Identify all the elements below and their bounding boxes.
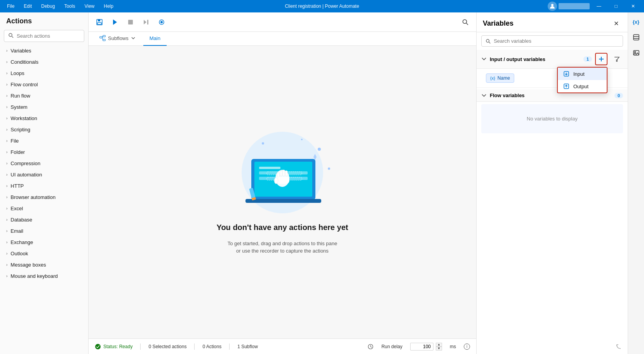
action-item-mouse-keyboard[interactable]: › Mouse and keyboard [0, 270, 88, 282]
svg-line-18 [102, 37, 103, 40]
minimize-button[interactable]: — [591, 0, 607, 12]
action-item-file[interactable]: › File [0, 135, 88, 146]
save-button[interactable] [93, 16, 106, 28]
layers-icon[interactable] [630, 31, 642, 44]
subflows-chevron-down-icon [131, 36, 136, 40]
action-item-scripting[interactable]: › Scripting [0, 124, 88, 135]
maximize-button[interactable]: □ [608, 0, 624, 12]
variable-name: Name [498, 75, 510, 81]
chevron-right-icon: › [6, 127, 7, 132]
input-variable-chip[interactable]: {x} Name [486, 73, 514, 83]
action-item-excel[interactable]: › Excel [0, 203, 88, 214]
tab-main[interactable]: Main [143, 32, 167, 46]
action-item-compression[interactable]: › Compression [0, 158, 88, 169]
variable-icon: {x} [490, 76, 495, 80]
action-item-label: Compression [10, 160, 40, 166]
run-button[interactable] [109, 16, 121, 28]
svg-rect-37 [285, 171, 287, 176]
record-button[interactable] [155, 16, 168, 28]
svg-point-11 [160, 21, 163, 23]
actions-title: Actions [0, 12, 88, 28]
svg-rect-16 [103, 39, 105, 41]
action-item-exchange[interactable]: › Exchange [0, 237, 88, 248]
menu-edit[interactable]: Edit [20, 2, 36, 10]
action-item-outlook[interactable]: › Outlook [0, 248, 88, 259]
svg-rect-14 [100, 37, 102, 38]
toolbar-search-button[interactable] [459, 16, 472, 28]
chevron-right-icon: › [6, 150, 7, 154]
action-item-loops[interactable]: › Loops [0, 68, 88, 79]
action-item-ui-automation[interactable]: › UI automation [0, 169, 88, 180]
stepper-down-button[interactable]: ▼ [436, 347, 442, 351]
stepper-up-button[interactable]: ▲ [436, 343, 442, 347]
step-button[interactable] [140, 16, 152, 28]
filter-button[interactable] [611, 53, 623, 65]
code-icon[interactable]: {x} [630, 16, 642, 28]
menu-bar: File Edit Debug Tools View Help [3, 2, 117, 10]
action-item-label: System [10, 104, 27, 110]
selected-actions-count: 0 Selected actions [148, 344, 186, 349]
action-item-label: Run flow [10, 93, 30, 99]
info-icon[interactable]: i [464, 344, 470, 350]
actions-search-box[interactable] [4, 30, 84, 42]
chevron-right-icon: › [6, 71, 7, 75]
close-button[interactable]: ✕ [625, 0, 641, 12]
action-item-flow-control[interactable]: › Flow control [0, 79, 88, 90]
undo-icon[interactable] [615, 343, 623, 351]
input-output-section-header[interactable]: Input / output variables 1 [477, 50, 628, 69]
search-variables-input[interactable] [494, 38, 619, 44]
menu-debug[interactable]: Debug [37, 2, 59, 10]
svg-rect-53 [634, 35, 639, 40]
actions-count: 0 Actions [202, 344, 221, 349]
action-item-conditionals[interactable]: › Conditionals [0, 56, 88, 68]
action-item-database[interactable]: › Database [0, 214, 88, 225]
search-actions-input[interactable] [17, 33, 80, 39]
action-item-label: Browser automation [10, 194, 56, 200]
add-variable-wrapper: Input Output [595, 53, 607, 65]
action-item-run-flow[interactable]: › Run flow [0, 90, 88, 101]
add-variable-button[interactable] [595, 53, 607, 65]
svg-line-2 [12, 37, 14, 38]
action-item-label: Flow control [10, 82, 38, 87]
collapse-chevron-icon [481, 93, 487, 98]
dropdown-item-output[interactable]: Output [558, 80, 607, 92]
center-panel: Subflows Main [89, 12, 476, 354]
svg-point-21 [318, 148, 321, 151]
flow-variables-count-badge: 0 [614, 93, 623, 98]
action-item-label: Exchange [10, 239, 33, 245]
chevron-right-icon: › [6, 206, 7, 211]
chevron-right-icon: › [6, 94, 7, 98]
menu-file[interactable]: File [3, 2, 18, 10]
variables-search-box[interactable] [481, 35, 623, 47]
action-item-browser-automation[interactable]: › Browser automation [0, 192, 88, 203]
image-icon[interactable] [630, 47, 642, 59]
actions-list: › Variables › Conditionals › Loops › Flo… [0, 45, 88, 354]
action-item-label: HTTP [10, 183, 24, 189]
action-item-label: Excel [10, 206, 23, 211]
svg-rect-28 [259, 167, 280, 169]
menu-view[interactable]: View [80, 2, 98, 10]
tabs-bar: Subflows Main [89, 32, 476, 46]
menu-tools[interactable]: Tools [60, 2, 79, 10]
variables-close-button[interactable]: ✕ [611, 18, 621, 29]
action-item-message-boxes[interactable]: › Message boxes [0, 259, 88, 270]
action-item-system[interactable]: › System [0, 101, 88, 113]
variables-title: Variables [483, 19, 513, 28]
output-arrow-icon [563, 83, 569, 89]
run-delay-input[interactable] [410, 343, 433, 351]
dropdown-item-input[interactable]: Input [558, 68, 607, 80]
action-item-workstation[interactable]: › Workstation [0, 113, 88, 124]
variables-body: Input / output variables 1 [477, 50, 628, 340]
action-item-http[interactable]: › HTTP [0, 180, 88, 192]
action-item-email[interactable]: › Email [0, 225, 88, 237]
action-item-variables[interactable]: › Variables [0, 45, 88, 56]
menu-help[interactable]: Help [100, 2, 117, 10]
action-item-label: Folder [10, 149, 25, 155]
collapse-chevron-icon [481, 56, 487, 62]
user-name [559, 3, 590, 9]
action-item-folder[interactable]: › Folder [0, 146, 88, 158]
action-item-label: Loops [10, 70, 24, 76]
dropdown-output-label: Output [573, 84, 588, 89]
tab-subflows[interactable]: Subflows [93, 32, 142, 46]
stop-button[interactable] [124, 16, 137, 28]
